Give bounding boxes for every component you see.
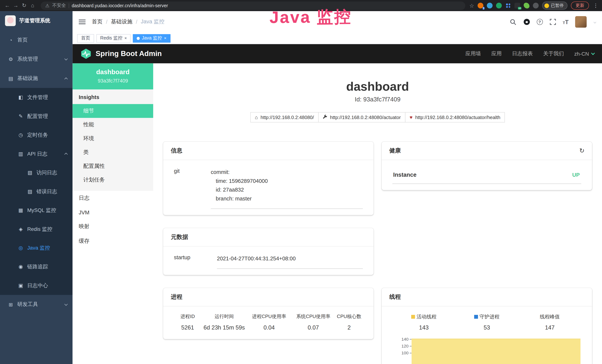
sidebar-item-file-mgmt[interactable]: ◧ 文件管理 <box>0 88 73 107</box>
extension-icon-blue-drop[interactable] <box>487 3 493 8</box>
search-icon[interactable] <box>510 18 516 25</box>
sba-item-environment[interactable]: 环境 <box>73 132 153 146</box>
hamburger-icon[interactable] <box>79 20 86 24</box>
paused-badge[interactable]: 已暂停 <box>542 1 568 10</box>
sidebar-item-label: 文件管理 <box>27 94 48 101</box>
card-title: 线程 <box>389 294 401 301</box>
app-title: 芋道管理系统 <box>19 17 50 24</box>
sba-nav-wall[interactable]: 应用墙 <box>465 50 481 57</box>
breadcrumb-current: Java 监控 <box>141 18 164 25</box>
sidebar-item-api-logs[interactable]: ▥ API 日志 <box>0 144 73 163</box>
info-card: 信息 git commit: time: 1596289704000 id: 2… <box>163 142 374 215</box>
fullscreen-icon[interactable] <box>549 18 556 25</box>
sba-nav-journal[interactable]: 日志报表 <box>512 50 533 57</box>
font-size-icon[interactable]: TT <box>563 19 569 25</box>
sidebar-item-log-center[interactable]: ▣ 日志中心 <box>0 276 73 295</box>
sidebar-item-access-logs[interactable]: ▧ 访问日志 <box>0 163 73 182</box>
sidebar-item-config-mgmt[interactable]: ✎ 配置管理 <box>0 107 73 126</box>
back-icon[interactable]: ← <box>3 0 12 11</box>
tab-home[interactable]: 首页 <box>77 34 94 43</box>
sidebar-item-label: Redis 监控 <box>27 226 52 233</box>
clock-icon: ◷ <box>18 132 24 138</box>
sba-item-classes[interactable]: 类 <box>73 146 153 160</box>
tab-redis-monitor[interactable]: Redis 监控 × <box>97 34 131 43</box>
health-card: 健康 ↺ Instance UP <box>382 142 592 190</box>
threads-card: 线程 活动线程 143 守护进程 <box>382 288 592 364</box>
user-avatar[interactable] <box>575 16 587 28</box>
address-bar[interactable]: ⚠ 不安全 dashboard.yudao.iocoder.cn/infra/a… <box>41 1 465 10</box>
sba-item-caches[interactable]: 缓存 <box>73 234 153 248</box>
reload-icon[interactable]: ↻ <box>20 0 29 11</box>
extension-icon-leaf[interactable] <box>524 3 529 8</box>
extension-icon-orange[interactable]: 1 <box>478 3 483 8</box>
browser-menu-icon[interactable]: ⋮ <box>592 3 599 8</box>
redis-icon: ◈ <box>18 226 24 232</box>
active-threads-area <box>412 339 580 364</box>
sidebar-item-dev-tools[interactable]: ⊞ 研发工具 <box>0 295 73 314</box>
sba-brand[interactable]: Spring Boot Admin <box>80 48 162 60</box>
sidebar-item-java-monitor[interactable]: ◎ Java 监控 <box>0 238 73 257</box>
breadcrumb-infra[interactable]: 基础设施 <box>111 18 132 25</box>
chevron-down-icon <box>64 302 68 306</box>
sba-item-metrics[interactable]: 性能 <box>73 118 153 132</box>
y-tick-label: 100 <box>401 351 408 355</box>
extension-icon-dots-grid[interactable] <box>505 3 511 8</box>
y-tick-mark <box>410 353 412 353</box>
chrome-update-button[interactable]: 更新 <box>571 1 589 10</box>
sba-item-details[interactable]: 细节 <box>73 104 153 118</box>
sidebar-item-error-logs[interactable]: ▨ 错误日志 <box>0 182 73 201</box>
process-table: 进程ID5261 运行时间6d 23h 15m 59s 进程CPU使用率0.04… <box>174 309 363 333</box>
chart-y-axis: 140 120 100 <box>394 338 412 364</box>
sba-item-config-props[interactable]: 配置属性 <box>73 159 153 173</box>
forward-icon[interactable]: → <box>11 0 20 11</box>
app-logo-row[interactable]: 芋道管理系统 <box>0 11 73 30</box>
sidebar-item-home[interactable]: ◔ 首页 <box>0 30 73 50</box>
close-icon[interactable]: × <box>164 36 166 40</box>
sba-nav-about[interactable]: 关于我们 <box>543 50 564 57</box>
bookmark-star-icon[interactable]: ☆ <box>469 2 474 9</box>
extension-icon-green[interactable] <box>496 3 502 8</box>
omnibox-divider <box>69 3 69 8</box>
help-icon[interactable]: ? <box>537 19 543 25</box>
chevron-down-icon <box>591 51 595 55</box>
history-icon[interactable]: ↺ <box>579 147 584 154</box>
instance-header[interactable]: dashboard 93a3fc7f7409 <box>73 64 153 90</box>
sidebar-item-mysql-monitor[interactable]: ▦ MySQL 监控 <box>0 201 73 220</box>
sba-item-logs[interactable]: 日志 <box>73 191 153 205</box>
sidebar-item-label: 基础设施 <box>17 75 38 82</box>
home-icon[interactable]: ⌂ <box>28 0 37 11</box>
sba-item-mappings[interactable]: 映射 <box>73 219 153 234</box>
link-health-url[interactable]: ♥ http://192.168.0.2:48080/actuator/heal… <box>405 112 505 123</box>
close-icon[interactable]: × <box>124 36 127 40</box>
avatar-caret-icon[interactable] <box>593 21 596 23</box>
tab-java-monitor[interactable]: Java 监控 × <box>133 34 170 43</box>
legend-square-yellow <box>411 315 415 319</box>
link-base-url[interactable]: ⌂ http://192.168.0.2:48080/ <box>250 112 319 123</box>
sidebar-item-redis-monitor[interactable]: ◈ Redis 监控 <box>0 220 73 238</box>
locale-selector[interactable]: zh-CN <box>574 51 594 57</box>
instance-id: 93a3fc7f7409 <box>76 78 149 84</box>
security-warning-icon[interactable]: ⚠ <box>45 3 49 8</box>
breadcrumb-home[interactable]: 首页 <box>92 18 103 25</box>
card-title: 信息 <box>171 147 183 154</box>
sba-nav-applications[interactable]: 应用 <box>491 50 502 57</box>
sidebar-item-tracing[interactable]: ◉ 链路追踪 <box>0 257 73 276</box>
sba-item-scheduled-tasks[interactable]: 计划任务 <box>73 173 153 187</box>
extension-icon-on-toggle[interactable]: on <box>515 3 520 8</box>
gear-icon: ⚙ <box>8 56 14 62</box>
health-row-instance[interactable]: Instance UP <box>392 166 581 184</box>
process-col-value: 0.07 <box>291 324 335 331</box>
locale-label: zh-CN <box>574 51 589 57</box>
sidebar-item-infrastructure[interactable]: ▤ 基础设施 <box>0 69 73 88</box>
sidebar-item-scheduled-jobs[interactable]: ◷ 定时任务 <box>0 126 73 144</box>
error-log-icon: ▨ <box>27 189 33 194</box>
heart-icon: ♥ <box>409 114 412 120</box>
sidebar-item-system-mgmt[interactable]: ⚙ 系统管理 <box>0 50 73 69</box>
github-icon[interactable] <box>523 18 530 25</box>
link-actuator-url[interactable]: http://192.168.0.2:48080/actuator <box>318 112 405 123</box>
sidebar-item-label: Java 监控 <box>27 244 50 251</box>
app-sidebar: 芋道管理系统 ◔ 首页 ⚙ 系统管理 ▤ 基础设施 <box>0 11 73 364</box>
url-text[interactable]: dashboard.yudao.iocoder.cn/infra/admin-s… <box>72 3 168 8</box>
sba-item-jvm[interactable]: JVM <box>73 205 153 219</box>
extension-icon-puzzle[interactable] <box>533 3 538 8</box>
